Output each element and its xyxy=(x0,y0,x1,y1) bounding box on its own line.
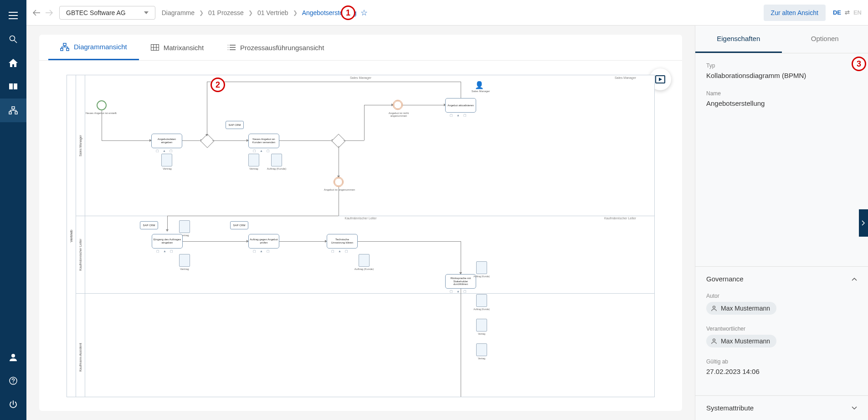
prop-type-value: Kollaborationsdiagramm (BPMN) xyxy=(706,72,857,79)
lane-3-label: Kaufmann-Assistent xyxy=(76,293,85,397)
start-label: Neues Angebot ist erstellt xyxy=(83,112,119,114)
breadcrumb-1[interactable]: 01 Prozesse xyxy=(208,9,244,16)
lane-1-title-top: Sales Manager xyxy=(350,76,371,79)
author-pill[interactable]: Max Mustermann xyxy=(706,302,776,315)
chevron-up-icon xyxy=(852,277,857,281)
nav-home[interactable] xyxy=(0,51,26,75)
doc-label: Auftrag (Kunde) xyxy=(463,275,500,278)
task-neues-angebot[interactable]: Neues Angebot an Kunden versenden xyxy=(248,134,279,148)
doc-label: Vertrag xyxy=(149,167,185,170)
lane-divider-1 xyxy=(76,216,654,216)
menu-toggle[interactable] xyxy=(0,4,26,27)
bpmn-start-event[interactable] xyxy=(97,100,107,110)
task-aktualisieren[interactable]: Angebot aktualisieren xyxy=(445,98,476,113)
breadcrumb: Diagramme ❯ 01 Prozesse ❯ 01 Vertrieb ❯ … xyxy=(162,8,368,18)
prop-valid-from-value: 27.02.2023 14:06 xyxy=(706,368,857,375)
book-icon xyxy=(9,83,18,90)
main-area: GBTEC Software AG Diagramme ❯ 01 Prozess… xyxy=(26,0,868,420)
play-rect-icon xyxy=(655,75,665,83)
lane-2-title-right: Kaufmännischer Leiter xyxy=(604,217,636,220)
user-label: Sales Manager xyxy=(462,90,499,93)
doc-stack-2[interactable] xyxy=(476,319,487,332)
nav-user[interactable] xyxy=(0,345,26,369)
nav-catalog[interactable] xyxy=(0,75,26,99)
nav-diagrams[interactable] xyxy=(0,99,26,122)
breadcrumb-2[interactable]: 01 Vertrieb xyxy=(257,9,288,16)
org-chart-icon xyxy=(60,43,69,51)
tab-label: Diagrammansicht xyxy=(74,43,127,51)
responsible-pill[interactable]: Max Mustermann xyxy=(706,335,776,347)
bpmn-diagram[interactable]: Vertrieb Sales Manager Kaufmännischer Le… xyxy=(67,75,655,397)
swap-icon[interactable]: ⇄ xyxy=(845,9,850,16)
doc-auftrag-3[interactable] xyxy=(476,261,487,274)
nav-forward[interactable] xyxy=(46,10,53,16)
task-icons: ▢ ▲ ▢ xyxy=(450,290,468,293)
user-icon xyxy=(9,353,17,361)
lane-divider-2 xyxy=(76,293,654,294)
nav-logout[interactable] xyxy=(0,393,26,416)
person-icon xyxy=(711,338,717,344)
event-label: Angebot ist angenommen xyxy=(321,188,358,191)
lang-en[interactable]: EN xyxy=(853,9,862,16)
arrow-left-icon xyxy=(33,10,40,16)
panel-collapse-handle[interactable] xyxy=(859,209,868,237)
task-pruefen[interactable]: Auftrag gegen Angebot prüfen xyxy=(248,234,279,249)
nav-help[interactable] xyxy=(0,369,26,393)
svg-point-4 xyxy=(11,354,15,358)
chevron-right-icon xyxy=(862,220,865,226)
doc-vertrag-2[interactable] xyxy=(248,154,259,166)
person-icon xyxy=(711,305,717,311)
task-eingang[interactable]: Eingang des Auftrages eingeben xyxy=(152,234,183,249)
doc-label: Vertrag xyxy=(166,268,203,270)
tab-matrix-view[interactable]: Matrixansicht xyxy=(139,35,216,60)
accordion-sysattr-header[interactable]: Systemattribute xyxy=(695,396,868,420)
event-not-accepted[interactable] xyxy=(393,100,403,110)
task-technisch[interactable]: Technische Umsetzung klären xyxy=(327,234,358,249)
help-icon xyxy=(9,377,17,385)
system-sapcrm-3[interactable]: SAP CRM xyxy=(230,221,248,229)
lang-de[interactable]: DE xyxy=(833,9,841,16)
doc-label: Auftrag (Kunde) xyxy=(463,308,500,311)
right-panel: Eigenschaften Optionen 3 Typ Kollaborati… xyxy=(695,26,868,420)
breadcrumb-root[interactable]: Diagramme xyxy=(162,9,195,16)
svg-rect-1 xyxy=(12,107,15,109)
doc-stack-1[interactable] xyxy=(476,294,487,307)
tenant-selector[interactable]: GBTEC Software AG xyxy=(59,6,155,20)
lane-1-title-right: Sales Manager xyxy=(615,76,636,79)
svg-rect-6 xyxy=(63,43,66,46)
tab-properties[interactable]: Eigenschaften xyxy=(695,26,782,53)
tab-exec-view[interactable]: Prozessausführungsansicht xyxy=(216,35,336,60)
old-view-button[interactable]: Zur alten Ansicht xyxy=(764,5,826,21)
person-name: Max Mustermann xyxy=(721,337,770,345)
arrow-right-icon xyxy=(46,10,53,16)
svg-point-12 xyxy=(713,339,715,341)
svg-rect-3 xyxy=(15,112,17,114)
doc-stack-3[interactable] xyxy=(476,343,487,356)
prop-valid-from-label: Gültig ab xyxy=(706,358,857,365)
nav-search[interactable] xyxy=(0,27,26,51)
search-icon xyxy=(9,35,17,43)
system-sapcrm-1[interactable]: SAP CRM xyxy=(226,121,244,129)
pool-label: Vertrieb xyxy=(67,75,76,397)
system-sapcrm-2[interactable]: SAP CRM xyxy=(140,221,158,229)
event-accepted[interactable] xyxy=(334,177,344,187)
chevron-right-icon: ❯ xyxy=(248,10,253,16)
doc-vertrag-3[interactable] xyxy=(179,220,190,233)
doc-label: Auftrag (Kunde) xyxy=(346,268,382,270)
task-icons: ▢ ▲ ▢ xyxy=(253,149,271,153)
tab-options[interactable]: Optionen xyxy=(782,26,868,53)
task-angebotsdaten[interactable]: Angebotsdaten eingeben xyxy=(151,134,182,148)
doc-auftrag-1[interactable] xyxy=(271,154,282,166)
doc-auftrag-2[interactable] xyxy=(359,254,370,267)
nav-back[interactable] xyxy=(33,10,40,16)
prop-author-label: Autor xyxy=(706,293,857,299)
list-icon xyxy=(227,44,236,51)
doc-vertrag-4[interactable] xyxy=(179,254,190,267)
tab-diagram-view[interactable]: Diagrammansicht xyxy=(48,35,139,60)
task-icons: ▢ ▲ ▢ xyxy=(156,249,175,253)
accordion-governance-header[interactable]: Governance xyxy=(695,267,868,291)
svg-rect-8 xyxy=(67,48,69,51)
doc-vertrag-1[interactable] xyxy=(161,154,172,166)
tenant-name: GBTEC Software AG xyxy=(66,9,126,16)
favorite-star-icon[interactable]: ☆ xyxy=(360,8,368,18)
